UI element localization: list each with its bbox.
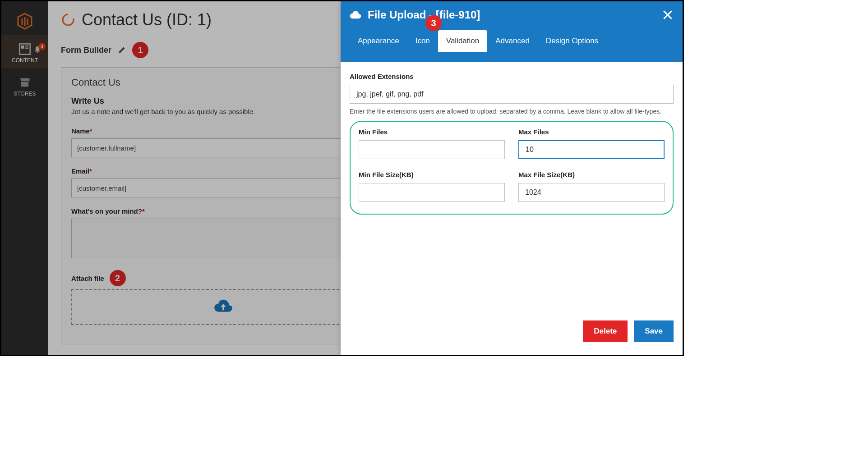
page-title: Contact Us (ID: 1)	[82, 10, 212, 29]
svg-rect-2	[25, 46, 28, 46]
pencil-icon[interactable]	[118, 46, 126, 54]
canvas-subheading: Write Us	[71, 96, 375, 106]
tab-icon[interactable]: Icon	[407, 30, 438, 52]
notification-bell[interactable]: 3	[33, 46, 42, 56]
min-files-input[interactable]	[359, 140, 505, 159]
admin-sidebar: CONTENT 3 STORES	[1, 1, 48, 355]
tab-design-options[interactable]: Design Options	[538, 30, 606, 52]
canvas-heading: Contact Us	[71, 77, 375, 88]
message-textarea[interactable]	[71, 219, 375, 258]
sidebar-content-label: CONTENT	[12, 57, 38, 64]
notification-badge: 3	[38, 43, 46, 50]
svg-point-4	[63, 14, 74, 25]
max-file-size-label: Max File Size(KB)	[518, 171, 665, 178]
sidebar-item-content[interactable]: CONTENT 3	[1, 35, 48, 68]
content-icon	[18, 43, 31, 55]
allowed-extensions-label: Allowed Extensions	[350, 73, 674, 80]
svg-rect-1	[21, 46, 24, 49]
panel-footer: Delete Save	[341, 313, 683, 355]
attach-file-label: Attach file	[71, 275, 104, 282]
sidebar-item-stores[interactable]: STORES	[1, 68, 48, 101]
stores-icon	[18, 76, 31, 89]
callout-badge-3: 3	[425, 15, 442, 31]
tab-appearance[interactable]: Appearance	[350, 30, 407, 52]
callout-badge-1: 1	[132, 42, 148, 58]
attach-file-dropzone[interactable]	[71, 289, 375, 325]
panel-header: File Upload - [file-910] 3 Appearance Ic…	[341, 1, 683, 62]
delete-button[interactable]: Delete	[583, 320, 628, 342]
svg-rect-3	[25, 48, 28, 49]
form-canvas: Contact Us Write Us Jot us a note and we…	[61, 67, 386, 344]
email-input[interactable]	[71, 178, 375, 197]
name-input[interactable]	[71, 138, 375, 157]
min-file-size-label: Min File Size(KB)	[359, 171, 505, 178]
file-upload-settings-panel: File Upload - [file-910] 3 Appearance Ic…	[341, 1, 683, 355]
allowed-extensions-input[interactable]	[350, 85, 674, 104]
sidebar-stores-label: STORES	[14, 91, 36, 97]
max-file-size-input[interactable]	[518, 183, 665, 202]
cloud-icon	[350, 10, 361, 20]
name-field-label: Name*	[71, 127, 375, 135]
panel-tabs: 3 Appearance Icon Validation Advanced De…	[350, 30, 674, 52]
close-icon[interactable]	[662, 9, 674, 21]
tab-validation[interactable]: Validation	[438, 30, 487, 52]
allowed-extensions-hint: Enter the file extensions users are allo…	[350, 107, 674, 116]
min-files-label: Min Files	[359, 128, 505, 136]
file-limits-highlight: Min Files Max Files Min File Size(KB) Ma…	[350, 121, 674, 215]
form-builder-heading: Form Builder	[61, 46, 111, 55]
spinner-icon	[61, 13, 75, 27]
max-files-label: Max Files	[518, 128, 665, 136]
min-file-size-input[interactable]	[359, 183, 505, 202]
canvas-description: Jot us a note and we'll get back to you …	[71, 108, 375, 115]
save-button[interactable]: Save	[634, 320, 674, 342]
panel-title: File Upload - [file-910]	[368, 9, 656, 21]
max-files-input[interactable]	[518, 140, 665, 159]
callout-badge-2: 2	[110, 270, 126, 286]
message-field-label: What's on your mind?*	[71, 207, 375, 215]
panel-body: Allowed Extensions Enter the file extens…	[341, 62, 683, 313]
cloud-upload-icon	[213, 299, 233, 315]
email-field-label: Email*	[71, 167, 375, 175]
tab-advanced[interactable]: Advanced	[487, 30, 538, 52]
magento-logo[interactable]	[11, 8, 38, 35]
